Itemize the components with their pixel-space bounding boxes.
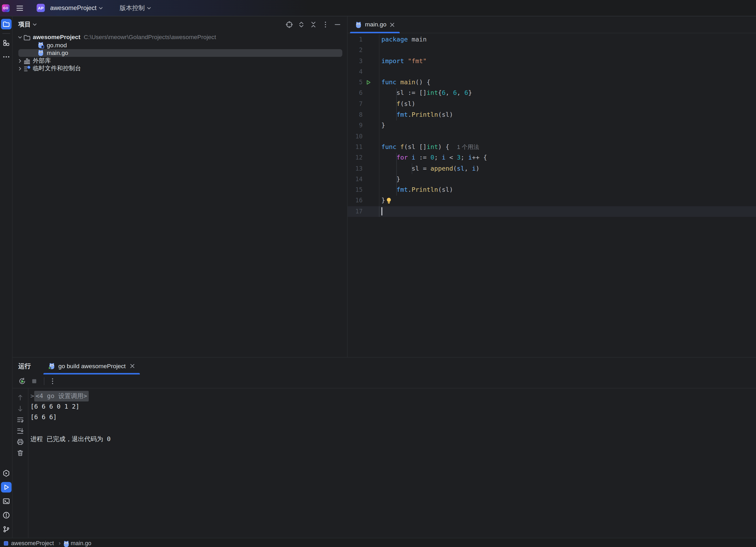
tree-chevron-icon[interactable] (16, 66, 23, 71)
locate-icon[interactable] (284, 20, 294, 29)
vcs-widget[interactable]: 版本控制 (105, 2, 153, 14)
line-number: 4 (348, 67, 363, 77)
project-widget[interactable]: awesomeProject (45, 2, 105, 14)
activitybar-version-control-icon[interactable] (1, 524, 11, 534)
activitybar-structure-icon[interactable] (1, 38, 11, 48)
statusbar-file[interactable]: main.go (63, 540, 91, 547)
run-gutter-icon[interactable] (366, 80, 371, 86)
project-tree: awesomeProjectC:\Users\meowr\GolandProje… (12, 33, 347, 73)
arrow-up-button[interactable] (15, 392, 26, 403)
chevron-down-icon[interactable] (32, 22, 37, 27)
code-token: ) { (438, 142, 453, 152)
close-icon[interactable] (130, 363, 135, 369)
code-token: i (472, 163, 476, 174)
activitybar-more-icon[interactable] (1, 52, 11, 62)
print-button[interactable] (15, 437, 26, 447)
code-line-2[interactable]: 2 (348, 45, 756, 56)
code-line-16[interactable]: 16} (348, 196, 756, 206)
gutter-slot (363, 80, 379, 86)
code-token: append (430, 163, 453, 174)
code-token (381, 152, 397, 163)
line-number: 15 (348, 185, 363, 196)
code-line-8[interactable]: 8 fmt.Println(sl) (348, 109, 756, 120)
statusbar-module[interactable]: awesomeProject (4, 540, 54, 547)
close-icon[interactable] (390, 22, 395, 27)
line-number: 3 (348, 56, 363, 67)
tree-item-临时文件和控制台[interactable]: 临时文件和控制台 (12, 65, 347, 73)
activitybar-problems-icon[interactable] (1, 510, 11, 521)
arrow-down-button[interactable] (15, 403, 26, 414)
code-token: (sl) (400, 99, 415, 110)
project-avatar: AP (37, 4, 45, 12)
code-line-6[interactable]: 6 sl := []int{6, 6, 6} (348, 88, 756, 99)
tree-chevron-icon[interactable] (16, 58, 23, 64)
scroll-end-button[interactable] (15, 425, 26, 436)
code-editor[interactable]: 1package main23import "fmt"45func main()… (348, 33, 756, 357)
console-command-line: ><4 go 设置调用> (30, 391, 756, 401)
hide-icon[interactable] (333, 20, 342, 29)
code-text (379, 207, 382, 216)
code-token: f (400, 142, 404, 152)
stop-button[interactable] (29, 376, 39, 386)
activitybar-services-icon[interactable] (1, 468, 11, 479)
chevron-down-icon (147, 6, 151, 10)
code-text: } (379, 120, 385, 131)
expand-all-icon[interactable] (297, 20, 306, 29)
code-line-14[interactable]: 14 } (348, 174, 756, 185)
editor-tab-main-go[interactable]: main.go (350, 16, 400, 33)
code-line-4[interactable]: 4 (348, 67, 756, 77)
code-token: main (408, 34, 427, 45)
collapse-all-icon[interactable] (308, 20, 318, 29)
code-line-15[interactable]: 15 fmt.Println(sl) (348, 185, 756, 196)
chevron-down-icon (98, 6, 103, 10)
tree-item-go.mod[interactable]: go.mod (12, 41, 347, 49)
indent-guide (396, 153, 397, 196)
activitybar-terminal-icon[interactable] (1, 496, 11, 507)
gutter-separator (379, 131, 380, 142)
code-token: } (381, 120, 385, 131)
run-panel-title: 运行 (12, 358, 36, 374)
code-line-9[interactable]: 9} (348, 120, 756, 131)
code-token (404, 56, 408, 67)
intention-bulb-icon[interactable] (386, 197, 392, 204)
code-line-13[interactable]: 13 sl = append(sl, i) (348, 163, 756, 174)
code-token: () { (415, 77, 430, 88)
code-line-5[interactable]: 5func main() { (348, 77, 756, 88)
code-token: (sl [] (404, 142, 427, 152)
code-line-17[interactable]: 17 (348, 206, 756, 217)
code-line-1[interactable]: 1package main (348, 34, 756, 45)
code-line-10[interactable]: 10 (348, 131, 756, 142)
line-number: 9 (348, 120, 363, 131)
code-token: int (427, 88, 438, 99)
tree-item-awesomeProject[interactable]: awesomeProjectC:\Users\meowr\GolandProje… (12, 33, 347, 41)
run-config-tab[interactable]: go build awesomeProject (43, 358, 140, 374)
more-options-button[interactable] (47, 376, 58, 386)
editor-tab-label: main.go (365, 21, 386, 28)
goland-logo-icon: GO (2, 4, 10, 12)
project-panel-header: 项目 (12, 16, 347, 33)
line-number: 12 (348, 152, 363, 163)
tree-item-外部库[interactable]: 外部库 (12, 57, 347, 65)
hamburger-icon (16, 5, 23, 11)
gopher-icon (37, 49, 44, 57)
code-token: . (408, 185, 412, 196)
code-line-3[interactable]: 3import "fmt" (348, 56, 756, 67)
main-menu-button[interactable] (13, 2, 26, 14)
options-kebab-icon[interactable] (321, 20, 330, 29)
code-token: fmt (397, 109, 408, 120)
trash-button[interactable] (15, 448, 26, 458)
folded-command-chip[interactable]: <4 go 设置调用> (34, 391, 89, 402)
code-line-12[interactable]: 12 for i := 0; i < 3; i++ { (348, 152, 756, 163)
activitybar-project-folder-icon[interactable] (1, 19, 11, 29)
code-token: ; (434, 152, 442, 163)
title-bar: GO AP awesomeProject 版本控制 (0, 0, 756, 16)
activitybar-run-icon[interactable] (1, 482, 11, 493)
tree-item-main.go[interactable]: main.go (12, 49, 347, 57)
tree-chevron-icon[interactable] (16, 35, 23, 40)
rerun-button[interactable] (17, 376, 27, 386)
code-token: , (445, 88, 453, 99)
code-text: } (379, 174, 400, 185)
code-line-7[interactable]: 7 f(sl) (348, 99, 756, 110)
soft-wrap-button[interactable] (15, 414, 26, 425)
code-line-11[interactable]: 11func f(sl []int) { 1 个用法 (348, 142, 756, 152)
